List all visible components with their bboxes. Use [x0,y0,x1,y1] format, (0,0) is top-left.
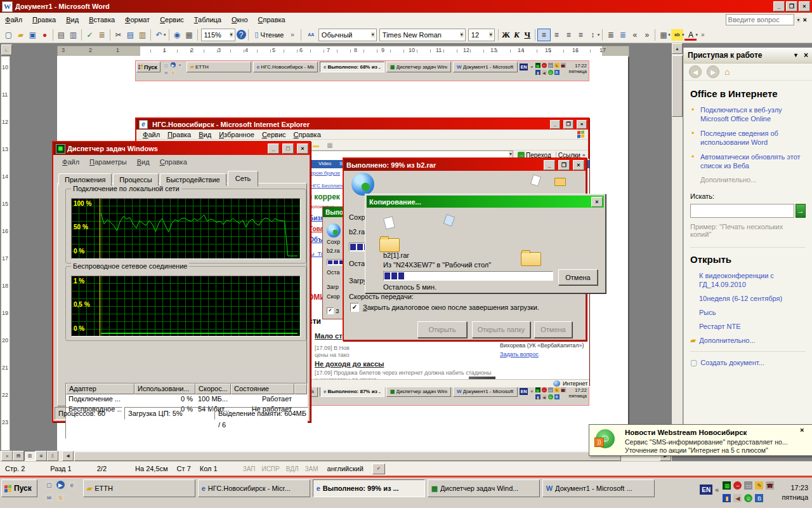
open-button[interactable]: Открыть [417,321,467,338]
formatting-toolbar-options-chevron[interactable]: » [698,31,707,38]
disconnected-icon[interactable]: – [542,387,547,392]
tray-expand-chevron[interactable]: « [530,389,533,394]
clock[interactable]: 17:23пятница [782,483,808,502]
tm-tab-4[interactable]: Сеть [228,171,258,187]
journal-icon[interactable]: ✎ [554,63,560,68]
copy-dialog-close-button[interactable]: × [591,197,603,207]
volume-icon[interactable]: ◀ [542,394,547,399]
battery-icon[interactable]: ▮ [535,70,540,75]
internet-explorer-icon[interactable]: e [68,481,76,489]
save-icon[interactable]: ▣ [27,29,39,41]
copy-icon[interactable]: ▤ [124,29,136,41]
ie-menu-item[interactable]: Справка [290,130,325,139]
lightning-icon[interactable]: ↯ [56,493,65,502]
insert-table-icon[interactable]: ▦ [183,29,195,41]
taskbar-button[interactable]: WДокумент1 - Microsoft ... [453,62,518,72]
language-indicator[interactable]: EN [700,485,712,495]
question-dropdown-icon[interactable]: ▾ [797,17,801,23]
word-minimize-button[interactable]: _ [773,1,785,11]
word-menu-item[interactable]: Файл [0,14,27,25]
cancel-download-button[interactable]: Отмена [534,321,572,338]
download-title-bar[interactable]: Выполнено: 99% из b2.rar _ ❐ × [344,159,586,171]
new-document-icon[interactable]: ▢ [3,29,15,41]
word-menu-item[interactable]: Правка [27,14,61,25]
horizontal-scroll-thumb[interactable] [74,451,621,461]
network-activity-icon[interactable]: ▦ [535,63,540,68]
open-more-link[interactable]: Дополнительно... [699,336,755,345]
volume-icon[interactable]: ◀ [733,494,742,502]
web-layout-view-button[interactable]: ▤ [13,451,24,461]
language-indicator[interactable]: EN [520,64,528,70]
download-close-button[interactable]: × [573,160,584,170]
taskbar-button[interactable]: eВыполнено: 87% из ... [320,386,384,397]
word-close-button[interactable]: × [799,1,810,11]
ie-menu-item[interactable]: Вид [195,130,215,139]
status-language[interactable]: английский [327,465,363,472]
back-icon[interactable]: ◀ [689,65,702,78]
taskbar-button[interactable]: WДокумент1 - Microsoft ... [453,386,518,397]
taskbar-button[interactable]: ▦Диспетчер задач Wind... [386,386,451,397]
wireless-disabled-icon[interactable]: B [554,70,560,75]
copy-dialog-title-bar[interactable]: Копирование... × [367,196,604,208]
sync-icon[interactable]: ☎ [766,481,774,490]
media-player-icon[interactable]: ▶ [171,62,176,67]
taskbar-button[interactable]: eВыполнено: 68% из ... [320,62,384,72]
journal-icon[interactable]: ✎ [554,387,560,392]
start-button[interactable]: Пуск [136,62,160,72]
webstream-agent-icon[interactable]: ☺ [744,494,752,502]
tm-close-button[interactable]: × [297,144,308,154]
recent-document-link[interactable]: Рестарт NTE [699,322,806,331]
word-menu-item[interactable]: Справка [253,14,291,25]
taskbar-button[interactable]: WДокумент1 - Microsoft ... [542,479,655,497]
search-go-button[interactable]: → [796,204,806,218]
borders-icon-arrow[interactable]: ▾ [668,32,671,37]
office-online-link[interactable]: Подключиться к веб-узлу Microsoft Office… [690,105,806,123]
vertical-scrollbar[interactable]: ▲ ▼ [672,43,683,451]
battery-icon[interactable]: ▮ [723,494,731,502]
standard-toolbar-options-chevron[interactable]: » [288,31,297,38]
task-pane-dropdown-icon[interactable]: ▼ [793,52,799,58]
notification-close-icon[interactable]: × [800,426,804,434]
network-activity-icon[interactable]: ▦ [723,481,731,490]
wireless-disabled-icon[interactable]: B [755,494,763,502]
taskbar-button[interactable]: eНГС.Новосибирск - Micr... [198,479,310,497]
more-label[interactable]: Дополнительно... [690,176,806,184]
tm-tab-3[interactable]: Быстродействие [160,173,226,186]
align-left-icon[interactable]: ≡ [537,29,551,41]
italic-button[interactable]: К [511,29,522,41]
font-color-icon-arrow[interactable]: ▾ [695,32,698,37]
taskbar-button[interactable]: ▦Диспетчер задач Wind... [428,479,540,497]
font-combo-arrow[interactable]: ▾ [460,32,464,37]
column-header[interactable]: Состояние [231,384,294,394]
paste-icon[interactable]: ▥ [136,29,148,41]
ie-menu-item[interactable]: Правка [164,130,195,139]
clock[interactable]: 17:22пятница [569,387,587,399]
tm-maximize-button[interactable]: □ [282,144,294,154]
page-link-fragment[interactable]: Задать вопрос [500,351,539,358]
word-menu-item[interactable]: Вставка [84,14,120,25]
ask-question-input[interactable] [726,14,794,25]
task-pane-close-icon[interactable]: × [804,51,808,60]
taskbar-button[interactable]: eВыполнено: 99% из ... [313,479,425,497]
download-minimize-button[interactable]: _ [544,160,555,170]
sync-icon[interactable]: ☎ [561,63,566,68]
outline-view-button[interactable]: ≣ [36,451,47,461]
style-combo-arrow[interactable]: ▾ [371,32,375,37]
sync-icon[interactable]: ☎ [561,387,566,392]
tm-tab-2[interactable]: Процессы [113,173,158,186]
open-folder-button[interactable]: Открыть папку [472,321,530,338]
office-online-link[interactable]: Последние сведения об использовании Word [690,129,806,147]
style-combo[interactable]: Обычный▾ [318,29,377,41]
align-center-icon[interactable]: ≡ [551,29,563,41]
scroll-left-icon[interactable]: ◀ [62,451,74,461]
underline-button[interactable]: Ч [522,29,533,41]
numbered-list-icon[interactable]: ≣ [605,29,617,41]
word-menu-item[interactable]: Формат [120,14,155,25]
undo-icon-arrow[interactable]: ▾ [164,32,166,37]
word-title-bar[interactable]: W Документ1 - Microsoft Word _ ❐ × [0,0,812,13]
horizontal-scrollbar[interactable]: ≡ ▤ ▥ ≣ ▯ ◀ ▶ [0,451,672,461]
recent-document-link[interactable]: Рысь [699,308,806,317]
normal-view-button[interactable]: ≡ [1,451,13,461]
reading-button[interactable]: ▯Чтение [251,30,289,39]
media-player-icon[interactable]: ▶ [56,481,65,489]
